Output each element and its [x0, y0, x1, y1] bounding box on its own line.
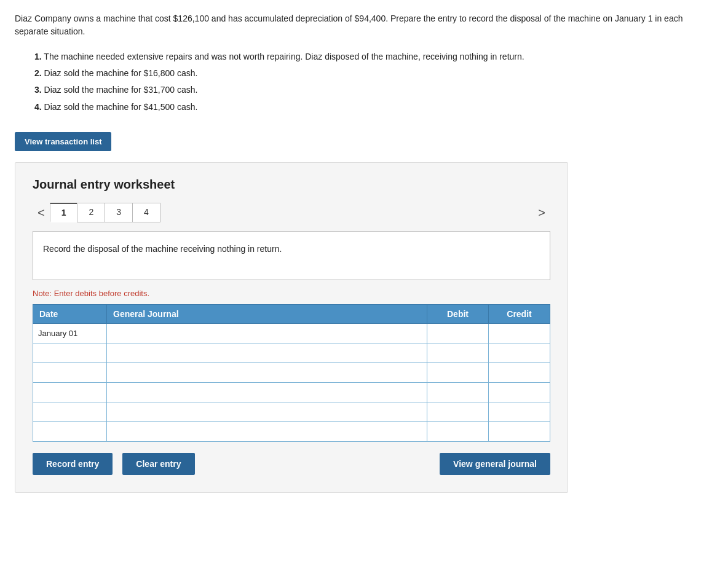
tab-row: < 1 2 3 4 >	[33, 203, 550, 222]
journal-input-1[interactable]	[107, 324, 427, 343]
date-cell-6	[33, 421, 107, 441]
date-cell-3	[33, 362, 107, 382]
view-general-journal-button[interactable]: View general journal	[440, 453, 550, 475]
instruction-text: Record the disposal of the machine recei…	[43, 244, 282, 254]
credit-input-5[interactable]	[489, 402, 550, 421]
table-row	[33, 362, 550, 382]
tab-3[interactable]: 3	[105, 203, 132, 222]
journal-cell-5[interactable]	[107, 402, 427, 421]
debit-cell-1[interactable]	[427, 323, 489, 343]
note-text: Note: Enter debits before credits.	[33, 289, 550, 298]
credit-input-2[interactable]	[489, 343, 550, 362]
journal-table: Date General Journal Debit Credit Januar…	[33, 304, 550, 442]
tab-prev-button[interactable]: <	[33, 204, 50, 221]
credit-cell-6[interactable]	[489, 421, 550, 441]
journal-input-5[interactable]	[107, 402, 427, 421]
journal-cell-2[interactable]	[107, 343, 427, 362]
journal-cell-4[interactable]	[107, 382, 427, 402]
tab-4[interactable]: 4	[132, 203, 160, 222]
situation-3: 3. Diaz sold the machine for $31,700 cas…	[34, 82, 713, 98]
table-row	[33, 343, 550, 362]
journal-input-3[interactable]	[107, 363, 427, 382]
debit-input-6[interactable]	[427, 422, 488, 441]
debit-input-2[interactable]	[427, 343, 488, 362]
instruction-box: Record the disposal of the machine recei…	[33, 231, 550, 280]
worksheet-title: Journal entry worksheet	[33, 178, 550, 192]
journal-cell-3[interactable]	[107, 362, 427, 382]
credit-cell-4[interactable]	[489, 382, 550, 402]
journal-input-6[interactable]	[107, 422, 427, 441]
header-debit: Debit	[427, 304, 489, 323]
tab-1[interactable]: 1	[50, 203, 77, 222]
header-date: Date	[33, 304, 107, 323]
worksheet-container: Journal entry worksheet < 1 2 3 4 > Reco…	[15, 162, 568, 493]
debit-cell-4[interactable]	[427, 382, 489, 402]
action-buttons: Record entry Clear entry View general jo…	[33, 453, 550, 475]
debit-cell-5[interactable]	[427, 402, 489, 421]
date-cell-4	[33, 382, 107, 402]
debit-input-4[interactable]	[427, 383, 488, 402]
debit-input-1[interactable]	[427, 324, 488, 343]
situation-2: 2. Diaz sold the machine for $16,800 cas…	[34, 66, 713, 81]
intro-text: Diaz Company owns a machine that cost $1…	[15, 12, 713, 38]
date-cell-2	[33, 343, 107, 362]
table-row	[33, 382, 550, 402]
credit-cell-5[interactable]	[489, 402, 550, 421]
journal-cell-1[interactable]	[107, 323, 427, 343]
credit-input-1[interactable]	[489, 324, 550, 343]
journal-cell-6[interactable]	[107, 421, 427, 441]
journal-input-4[interactable]	[107, 383, 427, 402]
debit-input-3[interactable]	[427, 363, 488, 382]
journal-input-2[interactable]	[107, 343, 427, 362]
date-cell-5	[33, 402, 107, 421]
header-credit: Credit	[489, 304, 550, 323]
record-entry-button[interactable]: Record entry	[33, 453, 113, 475]
situations-list: 1. The machine needed extensive repairs …	[34, 49, 713, 115]
credit-input-6[interactable]	[489, 422, 550, 441]
table-row: January 01	[33, 323, 550, 343]
debit-cell-6[interactable]	[427, 421, 489, 441]
tab-group: 1 2 3 4	[50, 203, 160, 222]
clear-entry-button[interactable]: Clear entry	[122, 453, 194, 475]
table-row	[33, 421, 550, 441]
tab-next-button[interactable]: >	[533, 204, 550, 221]
debit-input-5[interactable]	[427, 402, 488, 421]
credit-cell-3[interactable]	[489, 362, 550, 382]
debit-cell-3[interactable]	[427, 362, 489, 382]
situation-1: 1. The machine needed extensive repairs …	[34, 49, 713, 65]
credit-cell-1[interactable]	[489, 323, 550, 343]
credit-input-3[interactable]	[489, 363, 550, 382]
credit-input-4[interactable]	[489, 383, 550, 402]
debit-cell-2[interactable]	[427, 343, 489, 362]
view-transaction-list-button[interactable]: View transaction list	[15, 132, 111, 151]
header-general-journal: General Journal	[107, 304, 427, 323]
situation-4: 4. Diaz sold the machine for $41,500 cas…	[34, 100, 713, 115]
credit-cell-2[interactable]	[489, 343, 550, 362]
date-cell-1: January 01	[33, 323, 107, 343]
tab-2[interactable]: 2	[77, 203, 105, 222]
table-row	[33, 402, 550, 421]
